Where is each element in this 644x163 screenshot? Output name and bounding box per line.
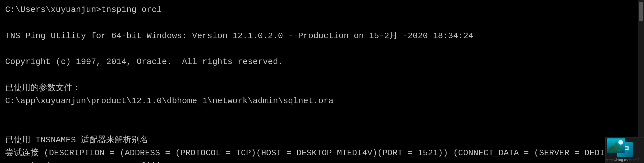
- terminal-line: C:\app\xuyuanjun\product\12.1.0\dbhome_1…: [5, 94, 633, 107]
- terminal-line: 已使用的参数文件：: [5, 82, 633, 94]
- terminal-line: CATED) (SERVICE_NAME = orcl))): [5, 160, 633, 163]
- terminal-line: C:\Users\xuyuanjun>tnsping orcl: [5, 3, 633, 16]
- terminal-line: TNS Ping Utility for 64-bit Windows: Ver…: [5, 29, 633, 42]
- scrollbar-thumb[interactable]: [639, 2, 643, 21]
- terminal-line: 已使用 TNSNAMES 适配器来解析别名: [5, 134, 633, 147]
- terminal-line: [5, 68, 633, 81]
- mountain-icon: [607, 138, 625, 153]
- terminal-line: [5, 121, 633, 134]
- terminal-line: [5, 16, 633, 29]
- taskbar-url: https://blog.csdn.net/xyj_sunshine: [606, 158, 644, 162]
- terminal-line: 尝试连接 (DESCRIPTION = (ADDRESS = (PROTOCOL…: [5, 147, 633, 159]
- taskbar-overlay: 中 https://blog.csdn.net/xyj_sunshine: [605, 137, 644, 163]
- terminal-window: C:\Users\xuyuanjun>tnsping orcl TNS Ping…: [0, 0, 638, 163]
- terminal-line: [5, 107, 633, 120]
- terminal-line: [5, 42, 633, 55]
- svg-point-3: [618, 140, 623, 145]
- terminal-line: Copyright (c) 1997, 2014, Oracle. All ri…: [5, 55, 633, 68]
